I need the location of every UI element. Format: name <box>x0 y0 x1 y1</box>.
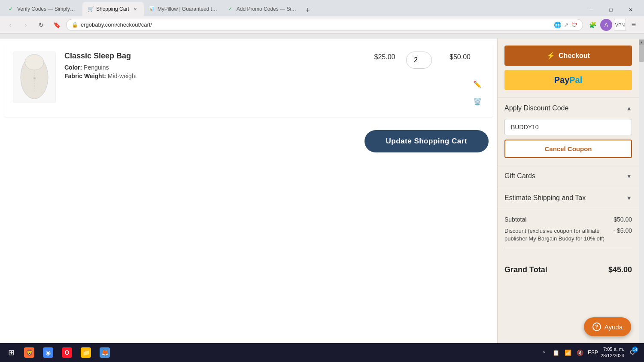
subtotal-row: Subtotal $50.00 <box>504 216 632 223</box>
discount-section: Apply Discount Code ▲ Cancel Coupon <box>498 97 639 165</box>
grand-total-row: Grand Total $45.00 <box>498 260 639 280</box>
scroll-thumb[interactable] <box>639 45 644 62</box>
taskbar-clock: 7:05 a. m. 28/12/2024 <box>601 346 624 359</box>
tab-favicon-cart: 🛒 <box>88 6 94 12</box>
taskbar: ⊞ 🦁 ◉ O 📁 🦊 ^ 📋 📶 🔇 ESP 7:05 a. m. 28/12… <box>0 343 644 362</box>
discount-value: - $5.00 <box>613 227 632 234</box>
delete-button[interactable]: 🗑️ <box>471 94 484 108</box>
grand-total-label: Grand Total <box>504 265 547 274</box>
color-value: Penguins <box>84 64 109 71</box>
files-icon: 📁 <box>81 347 91 358</box>
notification-badge: 14 <box>632 347 638 353</box>
product-image: ≋ <box>13 52 56 103</box>
menu-button[interactable]: ≡ <box>628 19 640 31</box>
extensions-icon[interactable]: 🧩 <box>586 19 598 31</box>
tab-favicon-mypillow: 📊 <box>149 6 155 12</box>
taskbar-chrome[interactable]: ◉ <box>39 345 57 360</box>
window-controls: ─ □ ✕ <box>581 3 641 16</box>
order-totals: Subtotal $50.00 Discount (exclusive coup… <box>498 209 639 260</box>
tab-shopping-cart[interactable]: 🛒 Shopping Cart ✕ <box>82 2 144 16</box>
product-weight: Fabric Weight: Mid-weight <box>64 73 359 79</box>
url-bar[interactable]: 🔒 ergobaby.com/checkout/cart/ 🌐 ↗ 🛡 <box>66 19 583 31</box>
taskbar-wifi-icon[interactable]: 📶 <box>563 347 573 358</box>
gift-cards-chevron-down-icon: ▼ <box>626 173 632 179</box>
notification-button[interactable]: 🗨 14 <box>627 347 637 358</box>
tab-label-verify: Verify Codes — SimplyCodes <box>17 6 77 12</box>
start-button[interactable]: ⊞ <box>3 345 19 360</box>
total-divider <box>504 248 632 248</box>
svg-point-1 <box>25 55 44 70</box>
address-bar: ‹ › ↻ 🔖 🔒 ergobaby.com/checkout/cart/ 🌐 … <box>0 16 644 33</box>
translate-icon: 🌐 <box>554 21 561 28</box>
close-button[interactable]: ✕ <box>621 3 641 16</box>
app5-icon: 🦊 <box>100 347 110 358</box>
taskbar-right: ^ 📋 📶 🔇 ESP 7:05 a. m. 28/12/2024 🗨 14 <box>539 346 641 359</box>
checkout-section: ⚡ Checkout PayPal <box>498 39 639 97</box>
paypal-button[interactable]: PayPal <box>504 70 632 90</box>
taskbar-brave[interactable]: 🦁 <box>21 345 38 360</box>
taskbar-files[interactable]: 📁 <box>77 345 94 360</box>
update-cart-wrapper: Update Shopping Cart <box>0 117 497 165</box>
tab-label-cart: Shopping Cart <box>96 6 129 12</box>
gift-cards-header[interactable]: Gift Cards ▼ <box>498 165 639 187</box>
update-cart-button[interactable]: Update Shopping Cart <box>365 130 489 152</box>
shipping-chevron-down-icon: ▼ <box>626 195 632 201</box>
discount-chevron-up-icon: ▲ <box>626 105 632 112</box>
product-color: Color: Penguins <box>64 64 359 71</box>
taskbar-time: 7:05 a. m. <box>601 346 624 353</box>
product-actions: ✏️ 🗑️ <box>471 52 484 108</box>
tab-close-button[interactable]: ✕ <box>132 6 139 12</box>
browser-chrome: ✓ Verify Codes — SimplyCodes 🛒 Shopping … <box>0 0 644 39</box>
shipping-tax-label: Estimate Shipping and Tax <box>504 194 586 202</box>
new-tab-button[interactable]: + <box>302 4 314 16</box>
taskbar-network-icon[interactable]: 📋 <box>551 347 561 358</box>
url-text: ergobaby.com/checkout/cart/ <box>81 21 551 28</box>
quantity-column <box>402 52 436 69</box>
quantity-input[interactable] <box>406 52 432 69</box>
product-image-svg: ≋ <box>17 54 52 101</box>
weight-value: Mid-weight <box>108 73 137 79</box>
tab-mypillow[interactable]: 📊 MyPillow | Guaranteed the Most Co... <box>144 2 223 16</box>
vpn-button[interactable]: VPN <box>614 19 626 31</box>
edit-button[interactable]: ✏️ <box>471 77 484 91</box>
taskbar-opera[interactable]: O <box>58 345 76 360</box>
coupon-input[interactable] <box>504 119 632 135</box>
product-row: ≋ Classic Sleep Bag Color: Penguins Fabr… <box>4 43 493 117</box>
discount-row: Discount (exclusive coupon for affiliate… <box>504 227 632 243</box>
shipping-tax-section: Estimate Shipping and Tax ▼ <box>498 187 639 209</box>
maximize-button[interactable]: □ <box>601 3 621 16</box>
chrome-icon: ◉ <box>43 347 53 358</box>
gift-cards-label: Gift Cards <box>504 172 535 180</box>
windows-icon: ⊞ <box>8 348 15 357</box>
opera-icon: O <box>62 347 72 358</box>
help-circle-icon: ? <box>592 322 601 331</box>
main-content: ≋ Classic Sleep Bag Color: Penguins Fabr… <box>0 39 644 362</box>
scroll-up-button[interactable]: ▲ <box>639 40 644 45</box>
back-button[interactable]: ‹ <box>4 19 16 31</box>
checkout-button[interactable]: ⚡ Checkout <box>504 46 632 66</box>
refresh-button[interactable]: ↻ <box>35 19 47 31</box>
color-label: Color: <box>64 64 82 71</box>
tab-favicon-verify: ✓ <box>9 6 15 12</box>
profile-icon[interactable]: A <box>600 19 612 31</box>
ayuda-button[interactable]: ? Ayuda <box>584 317 631 336</box>
discount-header[interactable]: Apply Discount Code ▲ <box>498 97 639 119</box>
tab-add-promo[interactable]: ✓ Add Promo Codes — SimplyCodes <box>223 2 302 16</box>
taskbar-app5[interactable]: 🦊 <box>96 345 113 360</box>
tab-verify-codes[interactable]: ✓ Verify Codes — SimplyCodes <box>3 2 82 16</box>
forward-button[interactable]: › <box>20 19 32 31</box>
svg-text:≋: ≋ <box>33 76 36 80</box>
bookmark-button[interactable]: 🔖 <box>51 19 63 31</box>
grand-total-value: $45.00 <box>608 265 632 274</box>
taskbar-volume-icon[interactable]: 🔇 <box>575 347 585 358</box>
minimize-button[interactable]: ─ <box>581 3 601 16</box>
shipping-tax-header[interactable]: Estimate Shipping and Tax ▼ <box>498 187 639 209</box>
taskbar-lang: ESP <box>588 350 598 356</box>
lightning-icon: ⚡ <box>547 52 555 60</box>
taskbar-chevron-icon[interactable]: ^ <box>539 347 549 358</box>
cart-area: ≋ Classic Sleep Bag Color: Penguins Fabr… <box>0 39 497 362</box>
ayuda-label: Ayuda <box>605 323 623 331</box>
brave-icon: 🦁 <box>24 347 34 358</box>
product-details: Classic Sleep Bag Color: Penguins Fabric… <box>56 52 368 81</box>
cancel-coupon-button[interactable]: Cancel Coupon <box>504 140 632 158</box>
